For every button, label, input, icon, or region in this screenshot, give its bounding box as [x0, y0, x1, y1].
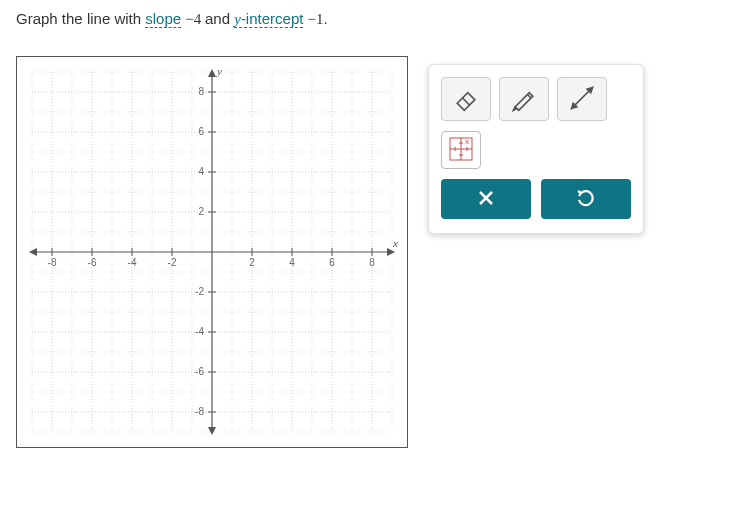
undo-icon [576, 188, 596, 211]
question-prompt: Graph the line with slope −4 and y-inter… [16, 10, 714, 28]
coordinate-plane[interactable]: x y -8-6-4-22468-8-6-4-22468 [16, 56, 408, 448]
line-icon [568, 84, 596, 115]
svg-text:-8: -8 [48, 257, 57, 268]
slope-value: −4 [185, 11, 205, 27]
grid-settings-button[interactable]: x [441, 131, 481, 169]
eraser-tool-button[interactable] [441, 77, 491, 121]
undo-button[interactable] [541, 179, 631, 219]
svg-text:-4: -4 [195, 326, 204, 337]
svg-text:6: 6 [198, 126, 204, 137]
intercept-word: -intercept [241, 10, 304, 27]
y-intercept-term-link[interactable]: y-intercept [234, 10, 303, 28]
tool-panel: x [428, 64, 644, 234]
and-text: and [205, 10, 234, 27]
prompt-prefix: Graph the line with [16, 10, 145, 27]
svg-text:2: 2 [198, 206, 204, 217]
svg-marker-40 [208, 69, 216, 77]
slope-term-link[interactable]: slope [145, 10, 181, 28]
svg-text:6: 6 [329, 257, 335, 268]
y-variable: y [234, 11, 241, 27]
line-tool-button[interactable] [557, 77, 607, 121]
clear-button[interactable] [441, 179, 531, 219]
svg-text:2: 2 [249, 257, 255, 268]
svg-text:-6: -6 [195, 366, 204, 377]
y-intercept-value: −1 [308, 11, 324, 27]
grid-icon: x [448, 136, 474, 165]
svg-text:-8: -8 [195, 406, 204, 417]
svg-marker-37 [387, 248, 395, 256]
svg-marker-38 [29, 248, 37, 256]
y-axis-label: y [216, 65, 222, 77]
svg-text:-6: -6 [88, 257, 97, 268]
svg-text:8: 8 [198, 86, 204, 97]
svg-text:4: 4 [289, 257, 295, 268]
eraser-icon [452, 84, 480, 115]
svg-text:-4: -4 [128, 257, 137, 268]
close-icon [476, 188, 496, 211]
svg-text:8: 8 [369, 257, 375, 268]
prompt-end: . [324, 10, 328, 27]
pencil-icon [510, 84, 538, 115]
pencil-tool-button[interactable] [499, 77, 549, 121]
svg-text:4: 4 [198, 166, 204, 177]
svg-marker-41 [208, 427, 216, 435]
x-axis-label: x [392, 237, 398, 249]
svg-text:-2: -2 [195, 286, 204, 297]
svg-text:-2: -2 [168, 257, 177, 268]
svg-text:x: x [465, 137, 469, 146]
